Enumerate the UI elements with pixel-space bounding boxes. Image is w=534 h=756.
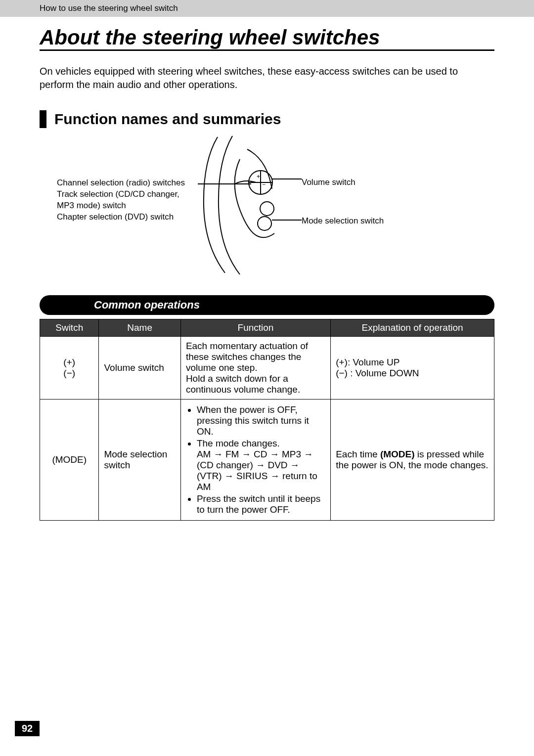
svg-text:−: − [262, 181, 266, 188]
cell-name: Volume switch [99, 337, 180, 400]
func-bullet: When the power is OFF, pressing this swi… [197, 404, 325, 437]
callout-left-l2: Track selection (CD/CD changer, [57, 189, 179, 199]
func-bullet: The mode changes. AM → FM → CD → MP3 → (… [197, 438, 325, 492]
exp-bold: (MODE) [380, 449, 415, 459]
subsection-label: Common operations [94, 299, 200, 311]
callout-mode: Mode selection switch [302, 216, 384, 226]
page-title: About the steering wheel switches [40, 26, 494, 51]
th-function: Function [180, 319, 330, 337]
section-bar-icon [40, 110, 46, 128]
svg-point-2 [258, 217, 271, 230]
th-switch: Switch [40, 319, 99, 337]
th-explanation: Explanation of operation [331, 319, 494, 337]
cell-explanation: (+): Volume UP (−) : Volume DOWN [331, 337, 494, 400]
breadcrumb: How to use the steering wheel switch [40, 3, 178, 13]
callout-left-l4: Chapter selection (DVD) switch [57, 212, 174, 222]
subsection-pill: Common operations [40, 295, 494, 315]
func-bullet: Press the switch until it beeps to turn … [197, 493, 325, 515]
exp-pre: Each time [336, 449, 380, 459]
table-header-row: Switch Name Function Explanation of oper… [40, 319, 494, 337]
svg-point-1 [260, 202, 274, 216]
cell-function: Each momentary actuation of these switch… [180, 337, 330, 400]
table-row: (+)(−) Volume switch Each momentary actu… [40, 337, 494, 400]
svg-text:+: + [257, 173, 260, 180]
steering-wheel-icon: + − [198, 132, 307, 275]
cell-switch: (+)(−) [40, 337, 99, 400]
callout-left-l1: Channel selection (radio) switches [57, 178, 185, 187]
steering-wheel-diagram: + − Channel selection (radio) switches T… [40, 132, 494, 280]
cell-switch: (MODE) [40, 400, 99, 521]
cell-name: Mode selection switch [99, 400, 180, 521]
th-name: Name [99, 319, 180, 337]
func-b2a: The mode changes. [197, 438, 280, 448]
exp-l2: (−) : Volume DOWN [336, 368, 419, 378]
section-heading: Function names and summaries [54, 111, 281, 128]
cell-explanation: Each time (MODE) is pressed while the po… [331, 400, 494, 521]
func-b2b: AM → FM → CD → MP3 → (CD changer) → DVD … [197, 449, 317, 492]
callout-volume: Volume switch [302, 178, 356, 187]
page-number: 92 [15, 721, 40, 736]
callout-left-l3: MP3 mode) switch [57, 201, 126, 210]
exp-l1: (+): Volume UP [336, 357, 400, 367]
operations-table: Switch Name Function Explanation of oper… [40, 319, 494, 521]
table-row: (MODE) Mode selection switch When the po… [40, 400, 494, 521]
cell-function: When the power is OFF, pressing this swi… [180, 400, 330, 521]
intro-text: On vehicles equipped with steering wheel… [40, 65, 494, 91]
callout-left: Channel selection (radio) switches Track… [57, 178, 205, 223]
